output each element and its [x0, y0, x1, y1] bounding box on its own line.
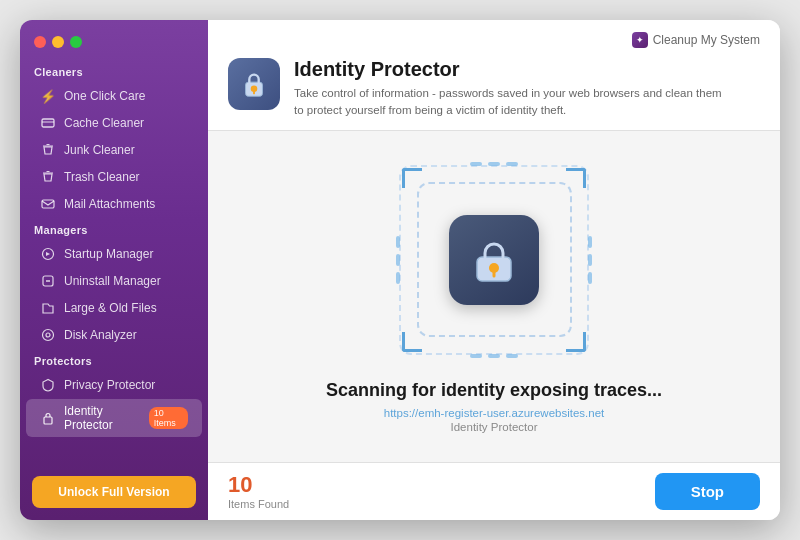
identity-protector-label: Identity Protector [64, 404, 141, 432]
one-click-care-icon: ⚡ [40, 88, 56, 104]
tick [396, 254, 400, 266]
tick [488, 354, 500, 358]
managers-section-label: Managers [20, 218, 208, 240]
junk-cleaner-label: Junk Cleaner [64, 143, 135, 157]
feature-description: Take control of information - passwords … [294, 85, 724, 120]
identity-protector-icon [40, 410, 56, 426]
scanning-url: https://emh-register-user.azurewebsites.… [384, 407, 605, 419]
app-title: Cleanup My System [653, 33, 760, 47]
corner-accent-tl [402, 168, 422, 188]
side-ticks-bottom [470, 354, 518, 358]
minimize-button[interactable] [52, 36, 64, 48]
unlock-full-version-button[interactable]: Unlock Full Version [32, 476, 196, 508]
sidebar-item-privacy-protector[interactable]: Privacy Protector [26, 372, 202, 398]
sidebar-item-trash-cleaner[interactable]: Trash Cleaner [26, 164, 202, 190]
stop-button[interactable]: Stop [655, 473, 760, 510]
side-ticks-top [470, 162, 518, 166]
mail-attachments-label: Mail Attachments [64, 197, 155, 211]
sidebar-item-uninstall-manager[interactable]: Uninstall Manager [26, 268, 202, 294]
uninstall-manager-label: Uninstall Manager [64, 274, 161, 288]
tick [588, 236, 592, 248]
app-icon: ✦ [632, 32, 648, 48]
scanning-subtitle: Identity Protector [451, 421, 538, 433]
sidebar-item-identity-protector[interactable]: Identity Protector 10 Items [26, 399, 202, 437]
cache-cleaner-icon [40, 115, 56, 131]
tick [506, 162, 518, 166]
cleaners-section-label: Cleaners [20, 60, 208, 82]
scanning-status-text: Scanning for identity exposing traces... [326, 380, 662, 401]
side-ticks-right [588, 236, 592, 284]
corner-accent-br [566, 332, 586, 352]
large-old-files-label: Large & Old Files [64, 301, 157, 315]
svg-rect-0 [42, 119, 54, 127]
trash-cleaner-icon [40, 169, 56, 185]
items-count: 10 [228, 474, 289, 496]
svg-point-11 [46, 333, 50, 337]
tick [506, 354, 518, 358]
disk-analyzer-label: Disk Analyzer [64, 328, 137, 342]
corner-accent-tr [566, 168, 586, 188]
sidebar-item-cache-cleaner[interactable]: Cache Cleaner [26, 110, 202, 136]
startup-manager-label: Startup Manager [64, 247, 153, 261]
main-header: ✦ Cleanup My System Identity Protector T… [208, 20, 780, 131]
tick [470, 162, 482, 166]
app-window: Cleaners ⚡ One Click Care Cache Cleaner [20, 20, 780, 520]
sidebar-item-mail-attachments[interactable]: Mail Attachments [26, 191, 202, 217]
tick [396, 236, 400, 248]
mail-attachments-icon [40, 196, 56, 212]
svg-rect-12 [44, 417, 52, 424]
app-title-bar: ✦ Cleanup My System [228, 32, 760, 48]
feature-text: Identity Protector Take control of infor… [294, 58, 724, 120]
tick [588, 254, 592, 266]
feature-icon-box [228, 58, 280, 110]
trash-cleaner-label: Trash Cleaner [64, 170, 140, 184]
close-button[interactable] [34, 36, 46, 48]
items-label: Items Found [228, 498, 289, 510]
side-ticks-left [396, 236, 400, 284]
tick [488, 162, 500, 166]
disk-analyzer-icon [40, 327, 56, 343]
feature-title: Identity Protector [294, 58, 724, 81]
items-found: 10 Items Found [228, 474, 289, 510]
privacy-protector-icon [40, 377, 56, 393]
main-content: ✦ Cleanup My System Identity Protector T… [208, 20, 780, 520]
scan-area: Scanning for identity exposing traces...… [208, 131, 780, 463]
sidebar-item-junk-cleaner[interactable]: Junk Cleaner [26, 137, 202, 163]
maximize-button[interactable] [70, 36, 82, 48]
startup-manager-icon [40, 246, 56, 262]
sidebar: Cleaners ⚡ One Click Care Cache Cleaner [20, 20, 208, 520]
tick [470, 354, 482, 358]
sidebar-item-one-click-care[interactable]: ⚡ One Click Care [26, 83, 202, 109]
lock-icon-center [449, 215, 539, 305]
sidebar-section-cleaners: Cleaners ⚡ One Click Care Cache Cleaner [20, 60, 208, 218]
scan-graphic [394, 160, 594, 360]
tick [396, 272, 400, 284]
footer: 10 Items Found Stop [208, 462, 780, 520]
large-old-files-icon [40, 300, 56, 316]
protectors-section-label: Protectors [20, 349, 208, 371]
sidebar-section-protectors: Protectors Privacy Protector Identity Pr… [20, 349, 208, 438]
svg-point-10 [43, 330, 54, 341]
uninstall-manager-icon [40, 273, 56, 289]
svg-rect-6 [42, 200, 54, 208]
corner-accent-bl [402, 332, 422, 352]
cache-cleaner-label: Cache Cleaner [64, 116, 144, 130]
privacy-protector-label: Privacy Protector [64, 378, 155, 392]
sidebar-section-managers: Managers Startup Manager Uninst [20, 218, 208, 349]
tick [588, 272, 592, 284]
sidebar-item-startup-manager[interactable]: Startup Manager [26, 241, 202, 267]
sidebar-item-disk-analyzer[interactable]: Disk Analyzer [26, 322, 202, 348]
feature-header: Identity Protector Take control of infor… [228, 58, 760, 120]
identity-protector-badge: 10 Items [149, 407, 188, 429]
one-click-care-label: One Click Care [64, 89, 145, 103]
sidebar-item-large-old-files[interactable]: Large & Old Files [26, 295, 202, 321]
traffic-lights [20, 32, 208, 60]
junk-cleaner-icon [40, 142, 56, 158]
